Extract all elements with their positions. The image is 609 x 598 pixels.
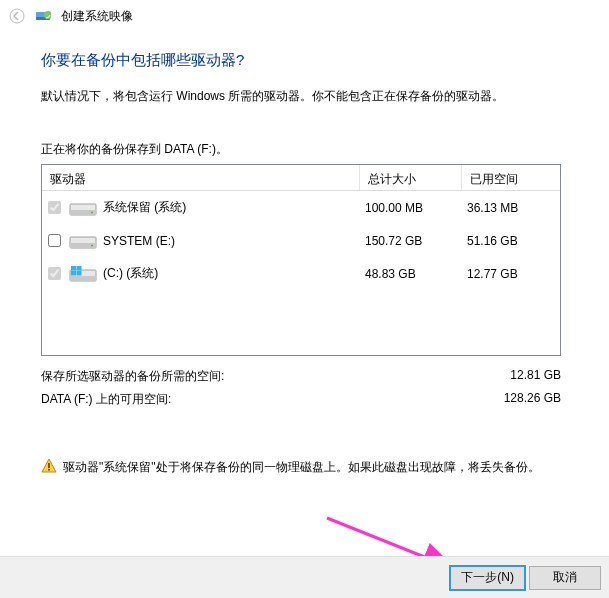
button-bar: 下一步(N) 取消 (0, 556, 609, 598)
drive-table-header: 驱动器 总计大小 已用空间 (42, 165, 560, 191)
table-row[interactable]: SYSTEM (E:) 150.72 GB 51.16 GB (42, 224, 560, 257)
drive-icon (69, 198, 97, 218)
required-value: 12.81 GB (510, 368, 561, 385)
summary-row-required: 保存所选驱动器的备份所需的空间: 12.81 GB (41, 368, 561, 385)
svg-rect-11 (70, 276, 96, 281)
summary-block: 保存所选驱动器的备份所需的空间: 12.81 GB DATA (F:) 上的可用… (41, 368, 561, 408)
cancel-button[interactable]: 取消 (529, 566, 601, 590)
svg-point-0 (10, 9, 24, 23)
app-icon (35, 8, 51, 24)
summary-row-available: DATA (F:) 上的可用空间: 128.26 GB (41, 391, 561, 408)
row-size: 100.00 MB (365, 201, 467, 215)
svg-point-9 (91, 244, 93, 246)
row-checkbox[interactable] (48, 234, 61, 247)
window-title: 创建系统映像 (61, 8, 133, 25)
col-header-total[interactable]: 总计大小 (360, 165, 462, 190)
row-checkbox (48, 267, 61, 280)
row-used: 12.77 GB (467, 267, 518, 281)
table-row[interactable]: (C:) (系统) 48.83 GB 12.77 GB (42, 257, 560, 290)
row-used: 36.13 MB (467, 201, 518, 215)
drive-icon (69, 264, 97, 284)
row-checkbox (48, 201, 61, 214)
svg-rect-15 (77, 271, 82, 276)
col-header-drive[interactable]: 驱动器 (42, 165, 360, 190)
saving-to-label: 正在将你的备份保存到 DATA (F:)。 (41, 141, 578, 158)
content-area: 你要在备份中包括哪些驱动器? 默认情况下，将包含运行 Windows 所需的驱动… (1, 31, 608, 477)
drive-table: 驱动器 总计大小 已用空间 系统保留 (系统) 100.00 MB 36.13 … (41, 164, 561, 356)
svg-rect-13 (77, 266, 82, 271)
row-name: SYSTEM (E:) (103, 234, 365, 248)
page-description: 默认情况下，将包含运行 Windows 所需的驱动器。你不能包含正在保存备份的驱… (41, 88, 578, 105)
svg-rect-16 (48, 463, 50, 468)
page-heading: 你要在备份中包括哪些驱动器? (41, 51, 578, 70)
row-name: (C:) (系统) (103, 265, 365, 282)
drive-table-body: 系统保留 (系统) 100.00 MB 36.13 MB SYSTEM (E:)… (42, 191, 560, 355)
row-used: 51.16 GB (467, 234, 518, 248)
warning-row: 驱动器"系统保留"处于将保存备份的同一物理磁盘上。如果此磁盘出现故障，将丢失备份… (41, 458, 578, 477)
row-size: 48.83 GB (365, 267, 467, 281)
available-label: DATA (F:) 上的可用空间: (41, 391, 171, 408)
drive-icon (69, 231, 97, 251)
back-icon[interactable] (9, 8, 25, 24)
col-header-used[interactable]: 已用空间 (462, 165, 560, 190)
svg-point-6 (91, 211, 93, 213)
table-row[interactable]: 系统保留 (系统) 100.00 MB 36.13 MB (42, 191, 560, 224)
svg-rect-12 (71, 266, 76, 271)
svg-rect-14 (71, 271, 76, 276)
warning-text: 驱动器"系统保留"处于将保存备份的同一物理磁盘上。如果此磁盘出现故障，将丢失备份… (63, 459, 540, 476)
svg-rect-17 (48, 469, 50, 471)
row-name: 系统保留 (系统) (103, 199, 365, 216)
warning-icon (41, 458, 57, 477)
required-label: 保存所选驱动器的备份所需的空间: (41, 368, 224, 385)
available-value: 128.26 GB (504, 391, 561, 408)
titlebar: 创建系统映像 (1, 1, 608, 31)
next-button[interactable]: 下一步(N) (450, 566, 525, 590)
row-size: 150.72 GB (365, 234, 467, 248)
